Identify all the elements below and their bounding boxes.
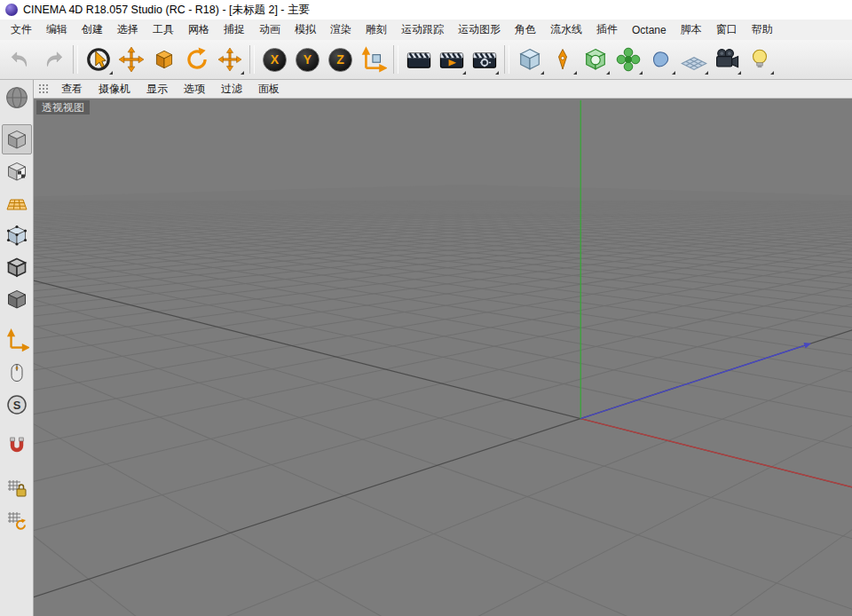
texture-mode-button[interactable] <box>2 156 32 186</box>
viewport-canvas[interactable]: 透视视图 <box>34 99 852 616</box>
menu-item[interactable]: 角色 <box>508 20 543 40</box>
snap-s-button[interactable]: S <box>2 390 32 420</box>
x-axis-lock-icon: X <box>263 48 287 72</box>
deformers-icon <box>614 45 643 74</box>
coordinate-system-icon <box>360 46 387 73</box>
menu-item[interactable]: Octane <box>625 20 674 40</box>
menu-item[interactable]: 流水线 <box>543 20 589 40</box>
menu-item[interactable]: 插件 <box>589 20 625 40</box>
svg-text:S: S <box>12 399 20 412</box>
spline-pen-button[interactable] <box>546 43 579 76</box>
polygons-mode-button[interactable] <box>2 284 32 314</box>
floor-icon <box>680 45 708 74</box>
z-axis-lock-button[interactable]: Z <box>324 43 357 76</box>
camera-button[interactable] <box>710 43 743 76</box>
mode-sidebar: S <box>0 80 34 616</box>
menu-item[interactable]: 选择 <box>110 20 146 40</box>
points-mode-button[interactable] <box>2 220 32 250</box>
menu-item[interactable]: 窗口 <box>709 20 745 40</box>
main-area: S <box>0 80 852 616</box>
rotate-tool-button[interactable] <box>180 43 213 76</box>
add-cube-button[interactable] <box>513 43 546 76</box>
menu-item[interactable]: 编辑 <box>39 20 75 40</box>
drag-handle-icon[interactable] <box>38 83 48 95</box>
menu-item[interactable]: 创建 <box>75 20 110 40</box>
y-axis-lock-icon: Y <box>296 48 320 72</box>
workplane-rotate-icon <box>5 509 28 532</box>
app-icon <box>5 4 18 16</box>
z-axis-lock-icon: Z <box>328 48 352 72</box>
menu-item[interactable]: 工具 <box>146 20 181 40</box>
workplane-lock-button[interactable] <box>2 473 32 503</box>
rotate-tool-icon <box>184 46 210 73</box>
render-picture-viewer-button[interactable] <box>435 43 468 76</box>
viewport-menu-item[interactable]: 过滤 <box>213 80 250 98</box>
edges-mode-icon <box>5 256 28 279</box>
title-bar: CINEMA 4D R18.057 Studio (RC - R18) - [未… <box>0 0 852 20</box>
app-window: CINEMA 4D R18.057 Studio (RC - R18) - [未… <box>0 0 852 616</box>
viewport-menu-item[interactable]: 面板 <box>250 80 288 98</box>
magnet-snap-button[interactable] <box>2 431 32 462</box>
x-axis-lock-button[interactable]: X <box>258 43 291 76</box>
light-button[interactable] <box>743 43 776 76</box>
last-tool-button[interactable] <box>213 43 246 76</box>
live-selection-icon <box>85 46 112 73</box>
menu-item[interactable]: 雕刻 <box>359 20 394 40</box>
tweak-mode-icon <box>5 361 28 384</box>
scale-tool-icon <box>151 46 178 73</box>
viewport-menu-bar: 查看摄像机显示选项过滤面板 <box>34 80 852 99</box>
make-editable-icon <box>4 85 29 110</box>
menu-item[interactable]: 脚本 <box>674 20 709 40</box>
live-selection-button[interactable] <box>82 43 114 76</box>
render-settings-icon <box>470 45 499 74</box>
render-view-icon <box>405 45 433 74</box>
menu-item[interactable]: 帮助 <box>745 20 780 40</box>
render-settings-button[interactable] <box>468 43 501 76</box>
axis-mode-button[interactable] <box>2 326 32 356</box>
redo-button[interactable] <box>36 43 69 76</box>
add-cube-icon <box>516 45 544 74</box>
menu-item[interactable]: 运动跟踪 <box>394 20 451 40</box>
menu-item[interactable]: 网格 <box>181 20 217 40</box>
menu-item[interactable]: 动画 <box>252 20 288 40</box>
viewport-menu-item[interactable]: 查看 <box>53 80 91 98</box>
menu-item[interactable]: 模拟 <box>288 20 323 40</box>
edges-mode-button[interactable] <box>2 252 32 282</box>
workplane-mode-icon <box>5 192 28 215</box>
last-tool-move-icon <box>217 47 242 72</box>
scale-tool-button[interactable] <box>147 43 180 76</box>
menu-item[interactable]: 渲染 <box>323 20 359 40</box>
workplane-lock-icon <box>5 477 28 500</box>
menu-item[interactable]: 运动图形 <box>451 20 508 40</box>
menu-item[interactable]: 文件 <box>4 20 39 40</box>
move-tool-button[interactable] <box>114 43 147 76</box>
viewport-menu-item[interactable]: 摄像机 <box>91 80 138 98</box>
redo-icon <box>42 48 65 71</box>
undo-button[interactable] <box>4 43 36 76</box>
toolbar-separator <box>73 45 78 74</box>
coordinate-system-button[interactable] <box>357 43 390 76</box>
window-title: CINEMA 4D R18.057 Studio (RC - R18) - [未… <box>23 3 310 18</box>
tweak-mode-button[interactable] <box>2 358 32 388</box>
viewport-menu-item[interactable]: 选项 <box>176 80 213 98</box>
viewport-menu-item[interactable]: 显示 <box>138 80 176 98</box>
workplane-rotate-button[interactable] <box>2 505 32 535</box>
generators-icon <box>581 45 610 74</box>
make-editable-button[interactable] <box>2 83 32 113</box>
model-mode-icon <box>5 128 28 151</box>
model-mode-button[interactable] <box>2 124 32 154</box>
light-icon <box>746 46 773 73</box>
menu-bar: 文件编辑创建选择工具网格捕捉动画模拟渲染雕刻运动跟踪运动图形角色流水线插件Oct… <box>0 20 852 40</box>
deformers-button[interactable] <box>611 43 644 76</box>
generators-button[interactable] <box>579 43 611 76</box>
viewport-grid <box>34 99 852 616</box>
y-axis-lock-button[interactable]: Y <box>291 43 324 76</box>
volume-button[interactable] <box>644 43 677 76</box>
polygons-mode-icon <box>5 288 28 311</box>
menu-item[interactable]: 捕捉 <box>217 20 252 40</box>
toolbar: X Y Z <box>0 40 852 80</box>
viewport-label: 透视视图 <box>36 100 90 115</box>
floor-button[interactable] <box>677 43 710 76</box>
workplane-mode-button[interactable] <box>2 188 32 218</box>
render-view-button[interactable] <box>402 43 435 76</box>
